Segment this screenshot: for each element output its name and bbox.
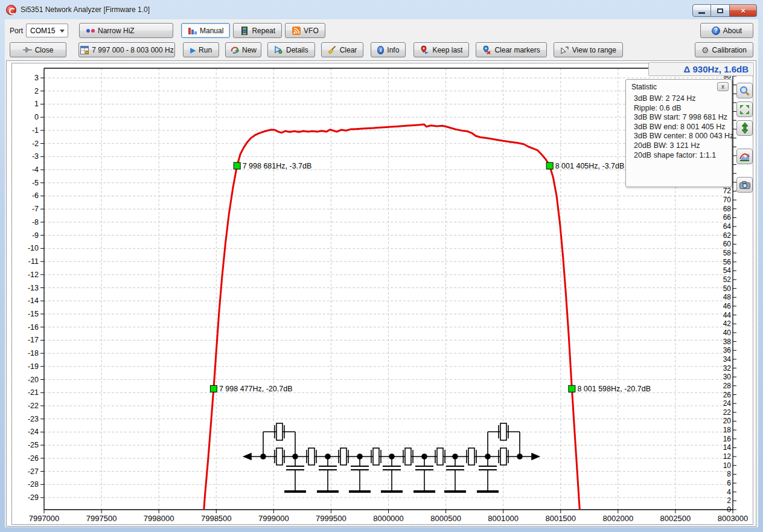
y-left-tick-label: -24: [28, 428, 39, 436]
y-left-tick-label: -4: [32, 165, 39, 174]
statistic-panel: Statistic x 3dB BW: 2 724 HzRipple: 0.6 …: [625, 79, 732, 187]
y-left-tick-label: -26: [28, 454, 39, 463]
y-left-tick-label: -27: [28, 467, 39, 476]
y-right-tick-label: 42: [723, 319, 732, 328]
frequency-range-button[interactable]: 7 997 000 - 8 003 000 Hz: [78, 42, 175, 57]
x-tick-label: 7998000: [144, 514, 174, 523]
statistic-line: 20dB BW: 3 121 Hz: [634, 141, 729, 151]
marker-label: 7 998 681Hz, -3.7dB: [243, 162, 312, 170]
chevron-down-icon: [60, 30, 65, 33]
close-window-button[interactable]: ×: [730, 4, 757, 17]
y-right-tick-label: 34: [723, 355, 732, 364]
y-right-tick-label: 72: [723, 187, 732, 195]
y-left-tick-label: -28: [28, 480, 39, 489]
y-right-tick-label: 60: [723, 240, 732, 248]
y-left-tick-label: -14: [28, 296, 39, 305]
y-right-tick-label: 6: [727, 479, 731, 487]
y-right-tick-label: 22: [723, 408, 732, 417]
vfo-button[interactable]: VFO: [285, 23, 325, 38]
x-tick-label: 8002500: [660, 514, 691, 523]
y-left-tick-label: -13: [28, 284, 39, 292]
maximize-icon: [717, 8, 723, 13]
y-right-tick-label: 46: [723, 302, 732, 310]
y-left-tick-label: -18: [28, 349, 39, 357]
marker-label: 8 001 598Hz, -20.7dB: [577, 385, 651, 393]
maximize-button[interactable]: [711, 4, 730, 17]
y-right-tick-label: 28: [723, 382, 732, 390]
y-right-tick-label: 10: [723, 461, 732, 470]
y-left-tick-label: -20: [28, 376, 39, 384]
gear-icon: ⚙: [701, 45, 709, 55]
y-left-tick-label: -7: [32, 205, 39, 213]
y-right-tick-label: 64: [723, 222, 732, 231]
new-icon: [230, 45, 239, 54]
calibration-button[interactable]: ⚙ Calibration: [695, 42, 753, 57]
port-select[interactable]: COM15: [26, 24, 68, 37]
zoom-button[interactable]: [736, 83, 753, 98]
new-button[interactable]: New: [225, 42, 261, 57]
fit-to-screen-button[interactable]: [736, 101, 753, 117]
dots-icon: [86, 26, 95, 35]
y-left-tick-label: 0: [34, 113, 39, 121]
about-button[interactable]: ? About: [700, 23, 753, 38]
y-right-tick-label: 38: [723, 338, 732, 346]
clear-button[interactable]: Clear: [321, 42, 364, 57]
y-right-tick-label: 20: [723, 417, 732, 425]
plug-icon: [23, 45, 32, 54]
x-tick-label: 7999000: [258, 514, 289, 523]
marker[interactable]: [210, 385, 217, 392]
minimize-button[interactable]: [692, 4, 711, 17]
keep-last-button[interactable]: Keep last: [413, 42, 469, 57]
y-left-tick-label: -10: [28, 244, 39, 252]
y-left-tick-label: -8: [32, 218, 39, 226]
clear-markers-button[interactable]: Clear markers: [476, 42, 546, 57]
pin-keep-icon: [420, 45, 429, 54]
statistic-line: 3dB BW end: 8 001 405 Hz: [634, 123, 729, 132]
show-chart-button[interactable]: [736, 149, 753, 164]
y-left-tick-label: 3: [34, 74, 39, 82]
minimize-icon: [698, 12, 705, 14]
x-tick-label: 8002000: [603, 514, 634, 523]
bar-chart-icon: [188, 26, 197, 35]
y-right-tick-label: 40: [723, 328, 732, 337]
close-sweep-button[interactable]: Close: [10, 42, 66, 57]
screenshot-button[interactable]: [736, 177, 753, 193]
statistic-title: Statistic: [631, 83, 657, 91]
marker[interactable]: [546, 162, 553, 169]
details-icon: [274, 45, 283, 54]
y-left-tick-label: -12: [28, 271, 39, 279]
marker-label: 7 998 477Hz, -20.7dB: [219, 385, 293, 393]
info-button[interactable]: i Info: [371, 42, 406, 57]
app-icon: [6, 5, 16, 15]
y-right-tick-label: 8: [727, 470, 731, 478]
y-right-tick-label: 24: [723, 399, 732, 408]
port-value: COM15: [30, 27, 55, 35]
x-tick-label: 8001500: [545, 514, 576, 523]
y-right-tick-label: 4: [727, 488, 731, 496]
view-to-range-button[interactable]: View to range: [554, 42, 623, 57]
y-left-tick-label: -29: [28, 493, 39, 502]
statistic-line: 20dB shape factor: 1:1.1: [634, 151, 729, 161]
x-tick-label: 8000000: [373, 514, 404, 523]
y-right-tick-label: 14: [723, 443, 732, 452]
autoscale-y-button[interactable]: [736, 120, 753, 136]
question-icon: ?: [712, 27, 720, 35]
repeat-button[interactable]: Repeat: [233, 23, 282, 38]
details-button[interactable]: Details: [267, 42, 315, 57]
run-button[interactable]: ▶ Run: [183, 42, 219, 57]
y-right-tick-label: 48: [723, 293, 732, 301]
close-statistic-button[interactable]: x: [717, 82, 729, 91]
titlebar[interactable]: Si5351 Network Analyzer [Firmware 1.0] ×: [0, 0, 763, 19]
manual-button[interactable]: Manual: [181, 23, 230, 38]
y-right-tick-label: 68: [723, 205, 732, 213]
marker[interactable]: [569, 385, 575, 392]
y-right-tick-label: 66: [723, 213, 732, 222]
marker[interactable]: [234, 162, 240, 169]
y-left-tick-label: -1: [32, 126, 39, 135]
info-icon: i: [377, 46, 384, 54]
y-left-tick-label: -21: [28, 388, 39, 397]
statistic-line: Ripple: 0.6 dB: [634, 104, 729, 114]
narrow-hiz-button[interactable]: Narrow HiZ: [79, 23, 173, 38]
plot-tools-strip: [736, 61, 755, 526]
y-right-tick-label: 0: [727, 505, 731, 514]
